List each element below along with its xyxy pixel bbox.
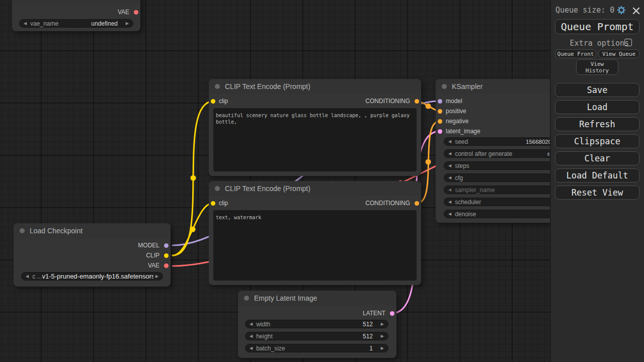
node-title-bar[interactable]: Empty Latent Image <box>238 291 396 306</box>
clip-output-dot[interactable] <box>164 253 169 258</box>
reset-view-button[interactable]: Reset View <box>555 186 639 200</box>
vae-output-dot[interactable] <box>134 10 138 15</box>
save-button[interactable]: Save <box>555 83 639 97</box>
slot-label: CONDITIONING <box>365 200 410 207</box>
prev-arrow-icon[interactable]: ◀ <box>24 22 27 26</box>
latent-image-input-dot[interactable] <box>438 129 442 134</box>
load-button[interactable]: Load <box>555 100 639 114</box>
view-queue-button[interactable]: View Queue <box>598 49 639 58</box>
node-title: CLIP Text Encode (Prompt) <box>225 185 310 193</box>
widget-label: cfg <box>455 174 463 182</box>
node-graph-canvas[interactable]: VAE ◀ vae_name undefined ▶ Load Checkpoi… <box>0 0 644 362</box>
widget-value: 512 <box>363 333 373 340</box>
positive-input-dot[interactable] <box>438 109 442 114</box>
latent-output-dot[interactable] <box>390 311 394 316</box>
model-input-dot[interactable] <box>438 99 442 104</box>
prev-arrow-icon[interactable]: ◀ <box>448 188 451 192</box>
widget-label: steps <box>455 162 469 169</box>
slot-clip-output: CLIP <box>3 250 171 260</box>
node-title: Load Checkpoint <box>30 227 83 235</box>
view-history-button[interactable]: View History <box>576 59 618 75</box>
slot-label: negative <box>446 118 468 125</box>
vae-name-widget[interactable]: ◀ vae_name undefined ▶ <box>19 19 133 28</box>
model-output-dot[interactable] <box>164 243 169 248</box>
clip-input-dot[interactable] <box>211 201 215 206</box>
settings-gear-icon[interactable] <box>617 6 626 15</box>
seed-widget[interactable]: ◀ seed 15668020871 <box>444 137 565 146</box>
widget-label: sampler_name <box>455 187 495 194</box>
clip-input-dot[interactable] <box>211 99 215 104</box>
slot-label: clip <box>219 98 228 105</box>
node-title: CLIP Text Encode (Prompt) <box>225 82 310 90</box>
prev-arrow-icon[interactable]: ◀ <box>250 322 253 326</box>
control-after-generate-widget[interactable]: ◀ control after generate rand <box>444 149 565 158</box>
widget-label: control after generate <box>455 150 512 157</box>
prev-arrow-icon[interactable]: ◀ <box>250 334 253 338</box>
prev-arrow-icon[interactable]: ◀ <box>26 275 29 279</box>
width-widget[interactable]: ◀ width 512 ▶ <box>245 320 388 328</box>
widget-value: 1 <box>369 345 373 352</box>
node-status-dot <box>215 84 220 89</box>
negative-input-dot[interactable] <box>438 119 442 124</box>
clipspace-button[interactable]: Clipspace <box>555 134 639 148</box>
batch-size-widget[interactable]: ◀ batch_size 1 ▶ <box>245 344 388 352</box>
node-empty-latent-image[interactable]: Empty Latent Image LATENT ◀ width 512 ▶ … <box>238 291 396 358</box>
prompt-textarea[interactable]: beautiful scenery nature glass bottle la… <box>213 108 417 171</box>
queue-prompt-button[interactable]: Queue Prompt <box>555 19 639 34</box>
node-clip-text-encode-positive[interactable]: CLIP Text Encode (Prompt) clip CONDITION… <box>209 79 421 176</box>
next-arrow-icon[interactable]: ▶ <box>155 275 158 279</box>
denoise-widget[interactable]: ◀ denoise <box>444 210 565 218</box>
slot-latent-output: LATENT <box>227 308 396 318</box>
prev-arrow-icon[interactable]: ◀ <box>448 212 451 216</box>
slot-label: CONDITIONING <box>365 98 410 105</box>
prompt-textarea[interactable]: text, watermark <box>213 210 417 281</box>
clear-button[interactable]: Clear <box>555 151 639 165</box>
slot-label: positive <box>446 108 466 115</box>
slot-negative-input: negative <box>436 116 526 126</box>
prev-arrow-icon[interactable]: ◀ <box>448 200 451 204</box>
slot-label: model <box>446 98 462 105</box>
node-title-bar[interactable]: CLIP Text Encode (Prompt) <box>209 181 421 196</box>
slot-label: clip <box>219 200 228 207</box>
prev-arrow-icon[interactable]: ◀ <box>448 152 451 156</box>
next-arrow-icon[interactable]: ▶ <box>381 334 384 338</box>
steps-widget[interactable]: ◀ steps <box>444 161 565 170</box>
node-title-bar[interactable] <box>12 0 140 4</box>
ckpt-name-widget[interactable]: ◀ c ... v1-5-pruned-emaonly-fp16.safeten… <box>21 272 163 281</box>
node-title-bar[interactable]: Load Checkpoint <box>14 223 171 238</box>
height-widget[interactable]: ◀ height 512 ▶ <box>245 332 388 340</box>
conditioning-output-dot[interactable] <box>415 201 419 206</box>
slot-vae-output: VAE <box>3 260 171 270</box>
node-vae-loader[interactable]: VAE ◀ vae_name undefined ▶ <box>12 0 140 31</box>
conditioning-output-dot[interactable] <box>415 99 419 104</box>
prev-arrow-icon[interactable]: ◀ <box>448 140 451 144</box>
vae-output-dot[interactable] <box>164 263 169 268</box>
widget-value: 512 <box>363 321 373 328</box>
node-clip-text-encode-negative[interactable]: CLIP Text Encode (Prompt) clip CONDITION… <box>209 181 421 285</box>
node-title-bar[interactable]: CLIP Text Encode (Prompt) <box>209 79 421 94</box>
slot-label: VAE <box>148 262 159 269</box>
node-load-checkpoint[interactable]: Load Checkpoint MODEL CLIP VAE ◀ c ... v… <box>14 223 171 287</box>
prev-arrow-icon[interactable]: ◀ <box>448 176 451 180</box>
prev-arrow-icon[interactable]: ◀ <box>448 164 451 168</box>
scheduler-widget[interactable]: ◀ scheduler <box>444 198 565 206</box>
queue-size-label: Queue size: 0 <box>555 6 614 15</box>
refresh-button[interactable]: Refresh <box>555 117 639 131</box>
next-arrow-icon[interactable]: ▶ <box>381 346 384 350</box>
close-menu-icon[interactable] <box>631 6 640 15</box>
node-title: KSampler <box>452 82 482 90</box>
prev-arrow-icon[interactable]: ◀ <box>250 346 253 350</box>
queue-front-button[interactable]: Queue Front <box>555 49 596 58</box>
node-status-dot <box>244 296 249 301</box>
widget-label: seed <box>455 138 468 145</box>
cfg-widget[interactable]: ◀ cfg <box>444 173 565 182</box>
slot-model-output: MODEL <box>3 240 171 250</box>
next-arrow-icon[interactable]: ▶ <box>126 22 129 26</box>
load-default-button[interactable]: Load Default <box>555 168 639 183</box>
next-arrow-icon[interactable]: ▶ <box>381 322 384 326</box>
sampler-name-widget[interactable]: ◀ sampler_name <box>444 186 565 194</box>
widget-label: batch_size <box>256 345 285 352</box>
node-status-dot <box>215 186 220 191</box>
extra-options-checkbox[interactable] <box>624 39 632 46</box>
slot-latent-image-input: latent_image <box>436 126 526 136</box>
